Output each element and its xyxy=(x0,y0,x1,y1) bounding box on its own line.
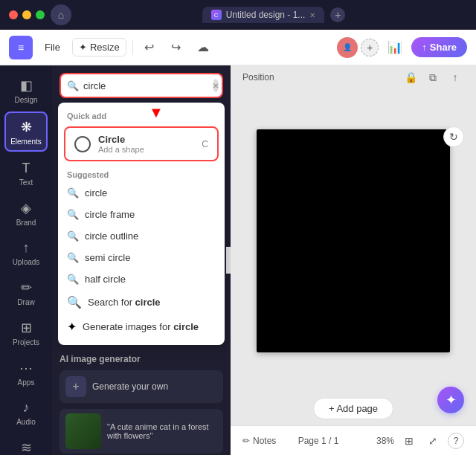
suggestion-text-circle: circle xyxy=(85,187,107,199)
export-button[interactable]: ↑ xyxy=(446,68,464,86)
menu-icon: ≡ xyxy=(18,42,24,54)
ai-item-forest[interactable]: "A cute anime cat in a forest with flowe… xyxy=(60,409,223,454)
grid-view-button[interactable]: ⊞ xyxy=(400,432,418,450)
design-icon: ◧ xyxy=(20,77,33,94)
generate-images-item[interactable]: ✦ Generate images for circle xyxy=(58,314,225,339)
tab-close-icon[interactable]: ✕ xyxy=(309,11,315,19)
quick-add-circle-item[interactable]: Circle Add a shape C xyxy=(64,126,219,161)
sidebar-label-draw: Draw xyxy=(17,298,34,306)
generate-text: Generate images for circle xyxy=(83,321,199,332)
add-collaborator-button[interactable]: + xyxy=(361,39,379,57)
arrow-indicator: ▼ xyxy=(149,104,164,121)
generate-your-own-item[interactable]: + Generate your own xyxy=(60,370,223,403)
active-tab[interactable]: C Untitled design - 1... ✕ xyxy=(202,7,325,23)
toolbar: ≡ File ✦ Resize ↩ ↪ ☁ 👤 + 📊 ↑ Share xyxy=(0,30,476,65)
collapse-handle[interactable]: ‹ xyxy=(226,247,231,274)
sidebar-label-text: Text xyxy=(19,178,33,187)
sidebar-item-elements[interactable]: ❋ Elements xyxy=(4,112,48,152)
duplicate-button[interactable]: ⧉ xyxy=(424,68,442,86)
sidebar-label-design: Design xyxy=(14,96,37,104)
suggestion-circle-frame[interactable]: 🔍 circle frame xyxy=(58,204,225,225)
sidebar-item-apps[interactable]: ⋯ Apps xyxy=(4,354,48,391)
undo-button[interactable]: ↩ xyxy=(139,37,160,58)
refresh-button[interactable]: ↻ xyxy=(443,126,464,147)
help-button[interactable]: ? xyxy=(448,433,464,449)
suggestion-semi-circle[interactable]: 🔍 semi circle xyxy=(58,247,225,268)
bottom-bar: ✏ Notes Page 1 / 1 38% ⊞ ⤢ ? xyxy=(231,425,476,455)
close-button[interactable] xyxy=(9,10,18,19)
divider xyxy=(132,40,133,55)
cloud-save-button[interactable]: ☁ xyxy=(193,37,213,58)
notes-label: Notes xyxy=(253,436,276,446)
sparkle-button[interactable]: ✦ xyxy=(437,387,464,413)
tab-favicon: C xyxy=(211,10,222,20)
suggestion-half-circle[interactable]: 🔍 half circle xyxy=(58,268,225,290)
search-input[interactable] xyxy=(83,80,208,91)
minimize-button[interactable] xyxy=(22,10,31,19)
elements-icon: ❋ xyxy=(21,119,32,135)
generate-plus-icon: + xyxy=(65,376,86,397)
sidebar-label-brand: Brand xyxy=(16,219,36,227)
home-button[interactable]: ⌂ xyxy=(51,4,71,25)
circle-subtitle: Add a shape xyxy=(98,145,194,154)
generate-icon: ✦ xyxy=(67,320,77,334)
tab-bar: C Untitled design - 1... ✕ + xyxy=(80,7,467,23)
sidebar-item-text[interactable]: T Text xyxy=(4,155,48,191)
text-icon: T xyxy=(22,161,30,176)
menu-button[interactable]: ≡ xyxy=(9,36,33,59)
canvas-frame[interactable] xyxy=(257,129,450,352)
sidebar-item-design[interactable]: ◧ Design xyxy=(4,71,48,109)
main-layout: ◧ Design ❋ Elements T Text ◈ Brand ↑ Upl… xyxy=(0,65,476,455)
sidebar-label-uploads: Uploads xyxy=(13,258,40,266)
apps-icon: ⋯ xyxy=(19,360,33,376)
sidebar-item-uploads[interactable]: ↑ Uploads xyxy=(4,234,48,271)
bottom-right: 38% ⊞ ⤢ ? xyxy=(376,432,464,450)
suggestion-circle[interactable]: 🔍 circle xyxy=(58,182,225,204)
sidebar-item-background[interactable]: ≋ Background xyxy=(4,433,48,455)
generate-own-text: Generate your own xyxy=(92,381,168,392)
canvas-wrapper: ↻ xyxy=(231,89,476,392)
brand-icon: ◈ xyxy=(21,200,31,216)
analytics-button[interactable]: 📊 xyxy=(385,37,405,58)
sidebar-label-apps: Apps xyxy=(18,378,35,387)
lock-button[interactable]: 🔒 xyxy=(402,68,419,86)
sidebar-item-projects[interactable]: ⊞ Projects xyxy=(4,314,48,351)
notes-button[interactable]: ✏ Notes xyxy=(242,436,276,446)
fullscreen-button[interactable]: ⤢ xyxy=(424,432,442,450)
resize-button[interactable]: ✦ Resize xyxy=(72,38,126,57)
canvas-top-bar: Position 🔒 ⧉ ↑ xyxy=(231,65,476,89)
resize-label: Resize xyxy=(90,42,120,53)
suggestion-text-circle-frame: circle frame xyxy=(85,209,135,220)
search-box: 🔍 ✕ xyxy=(60,73,223,98)
sidebar-item-draw[interactable]: ✏ Draw xyxy=(4,274,48,311)
add-page-button[interactable]: + Add page xyxy=(313,398,393,419)
search-icon: 🔍 xyxy=(67,80,79,91)
search-container: 🔍 ✕ xyxy=(52,65,231,103)
search-for-text: Search for circle xyxy=(88,297,161,308)
canvas-top-actions: 🔒 ⧉ ↑ xyxy=(402,68,464,86)
suggestion-circle-outline[interactable]: 🔍 circle outline xyxy=(58,225,225,247)
avatar-group: 👤 + xyxy=(337,37,379,58)
share-button[interactable]: ↑ Share xyxy=(411,37,467,57)
search-clear-button[interactable]: ✕ xyxy=(213,79,219,92)
maximize-button[interactable] xyxy=(36,10,45,19)
zoom-level: 38% xyxy=(376,436,394,446)
quick-add-text: Circle Add a shape xyxy=(98,134,194,154)
add-tab-button[interactable]: + xyxy=(330,7,345,22)
arrow-down-icon: ▼ xyxy=(149,104,164,120)
tab-title: Untitled design - 1... xyxy=(226,10,306,20)
ai-item-forest-text: "A cute anime cat in a forest with flowe… xyxy=(107,422,217,440)
traffic-lights xyxy=(9,10,45,19)
canvas-area: Position 🔒 ⧉ ↑ ↻ + Add page ✦ ✏ Notes Pa… xyxy=(231,65,476,455)
dropdown-panel: Quick add Circle Add a shape C Suggested… xyxy=(58,103,225,345)
redo-button[interactable]: ↪ xyxy=(166,37,187,58)
sidebar-item-brand[interactable]: ◈ Brand xyxy=(4,194,48,231)
sidebar-label-projects: Projects xyxy=(13,338,39,346)
suggestion-search-icon-5: 🔍 xyxy=(67,274,79,285)
circle-shortcut: C xyxy=(202,139,208,149)
search-for-circle-item[interactable]: 🔍 Search for circle xyxy=(58,290,225,314)
sidebar-item-audio[interactable]: ♪ Audio xyxy=(4,394,48,430)
file-menu[interactable]: File xyxy=(39,39,66,56)
sidebar-label-elements: Elements xyxy=(10,138,42,146)
ai-section-title: AI image generator xyxy=(60,354,223,364)
